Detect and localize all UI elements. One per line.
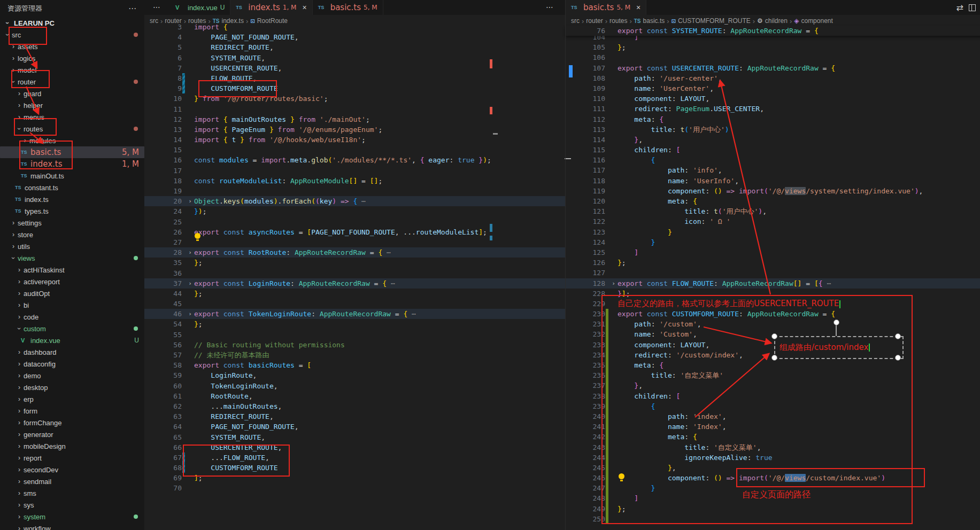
tree-item-settings[interactable]: settings [0, 217, 144, 229]
code-line-119[interactable]: 119 component: () => import('/@/views/sy… [566, 186, 980, 196]
tree-item-router[interactable]: router [0, 76, 144, 88]
tab-index.ts[interactable]: TSindex.ts1, M× [230, 0, 312, 15]
code-line-28[interactable]: 28›export const RootRoute: AppRouteRecor… [144, 247, 566, 258]
code-line-237[interactable]: 237 }, [566, 380, 980, 391]
code-line-231[interactable]: 231 path: '/custom', [566, 319, 980, 329]
tree-item-activereport[interactable]: activereport [0, 276, 144, 287]
tree-item-index.ts[interactable]: TSindex.ts [0, 193, 144, 205]
code-line-106[interactable]: 106 [566, 52, 980, 63]
tree-item-routes[interactable]: routes [0, 123, 144, 135]
close-icon[interactable]: × [636, 3, 641, 12]
rotation-handle[interactable] [834, 319, 839, 325]
code-line-240[interactable]: 240 path: 'index', [566, 411, 980, 422]
tree-item-sms[interactable]: sms [0, 487, 144, 499]
code-line-13[interactable]: 13import { PageEnum } from '/@/enums/pag… [144, 124, 566, 135]
code-line-233[interactable]: 233 component: LAYOUT, [566, 340, 980, 350]
breadcrumb-item[interactable]: router [586, 17, 603, 25]
code-line-62[interactable]: 62 ...mainOutRoutes, [144, 401, 566, 411]
tree-item-dashboard[interactable]: dashboard [0, 346, 144, 358]
code-line-123[interactable]: 123 } [566, 227, 980, 237]
code-line-26[interactable]: 26export const asyncRoutes = [PAGE_NOT_F… [144, 227, 566, 237]
code-line-245[interactable]: 245 }, [566, 463, 980, 473]
breadcrumb-item[interactable]: CUSTOMFORM_ROUTE [678, 17, 751, 25]
tree-item-mainOut.ts[interactable]: TSmainOut.ts [0, 170, 144, 182]
breadcrumb-item[interactable]: src [571, 17, 580, 25]
code-line-6[interactable]: 6 SYSTEM_ROUTE, [144, 53, 566, 63]
code-line-19[interactable]: 19 [144, 186, 566, 196]
code-line-105[interactable]: 105}; [566, 42, 980, 52]
tree-item-workflow[interactable]: workflow [0, 523, 144, 530]
code-line-120[interactable]: 120 meta: { [566, 196, 980, 206]
code-line-127[interactable]: 127 [566, 268, 980, 278]
code-line-61[interactable]: 61 RootRoute, [144, 391, 566, 401]
tree-item-generator[interactable]: generator [0, 428, 144, 440]
code-line-27[interactable]: 27 [144, 237, 566, 247]
tab-basic.ts[interactable]: TSbasic.ts5, M [313, 0, 383, 15]
code-line-17[interactable]: 17 [144, 166, 566, 176]
code-line-46[interactable]: 46›export const TokenLoginRoute: AppRout… [144, 309, 566, 319]
tree-item-dataconfig[interactable]: dataconfig [0, 358, 144, 370]
code-line-128[interactable]: 128›export const FLOW_ROUTE: AppRouteRec… [566, 278, 980, 289]
editor-actions-more-icon[interactable]: ⋯ [546, 3, 554, 11]
tree-item-types.ts[interactable]: TStypes.ts [0, 205, 144, 217]
tree-item-guard[interactable]: guard [0, 88, 144, 99]
code-line-125[interactable]: 125 ] [566, 247, 980, 258]
tree-item-views[interactable]: views [0, 252, 144, 264]
editor-group-divider[interactable] [565, 0, 566, 530]
open-changes-icon[interactable]: ⇄ [956, 3, 963, 13]
code-line-244[interactable]: 244 ignoreKeepAlive: true [566, 453, 980, 463]
tab-basic.ts[interactable]: TSbasic.ts5, M× [566, 0, 646, 15]
code-line-5[interactable]: 5 REDIRECT_ROUTE, [144, 42, 566, 52]
code-line-12[interactable]: 12import { mainOutRoutes } from './mainO… [144, 114, 566, 124]
code-line-238[interactable]: 238 children: [ [566, 391, 980, 401]
tree-item-logics[interactable]: logics [0, 52, 144, 64]
tree-item-model[interactable]: model [0, 64, 144, 76]
code-line-109[interactable]: 109 name: 'UserCenter', [566, 83, 980, 93]
code-line-236[interactable]: 236 title: '自定义菜单' [566, 370, 980, 380]
code-line-121[interactable]: 121 title: t('用户中心'), [566, 206, 980, 216]
tree-item-actHiTaskinst[interactable]: actHiTaskinst [0, 264, 144, 276]
tree-item-formChange[interactable]: formChange [0, 417, 144, 428]
code-line-56[interactable]: 56// Basic routing without permissions [144, 340, 566, 350]
tree-item-secondDev[interactable]: secondDev [0, 464, 144, 476]
code-line-113[interactable]: 113 title: t('用户中心') [566, 124, 980, 135]
tree-item-menus[interactable]: menus [0, 111, 144, 123]
tree-item-store[interactable]: store [0, 229, 144, 240]
tree-item-erp[interactable]: erp [0, 393, 144, 405]
code-line-235[interactable]: 235 meta: { [566, 360, 980, 370]
code-line-10[interactable]: 10} from '/@/router/routes/basic'; [144, 93, 566, 104]
breadcrumb-item[interactable]: component [801, 17, 832, 25]
code-line-11[interactable]: 11 [144, 104, 566, 114]
tree-item-auditOpt[interactable]: auditOpt [0, 287, 144, 299]
code-line-14[interactable]: 14import { t } from '/@/hooks/web/useI18… [144, 135, 566, 145]
code-line-18[interactable]: 18const routeModuleList: AppRouteModule[… [144, 176, 566, 186]
tree-item-desktop[interactable]: desktop [0, 381, 144, 393]
tree-item-form[interactable]: form [0, 405, 144, 417]
code-line-44[interactable]: 44}; [144, 289, 566, 299]
code-line-63[interactable]: 63 REDIRECT_ROUTE, [144, 411, 566, 422]
code-line-243[interactable]: 243 title: '自定义菜单', [566, 442, 980, 453]
code-line-239[interactable]: 239 { [566, 401, 980, 411]
code-line-35[interactable]: 35}; [144, 258, 566, 268]
tree-item-system[interactable]: system [0, 511, 144, 523]
code-line-3[interactable]: 3import { [144, 22, 566, 32]
code-line-116[interactable]: 116 { [566, 155, 980, 165]
code-line-69[interactable]: 69]; [144, 473, 566, 483]
tree-item-sendmail[interactable]: sendmail [0, 476, 144, 487]
breadcrumb-item[interactable]: routes [609, 17, 627, 25]
tree-item-bi[interactable]: bi [0, 299, 144, 311]
code-area[interactable]: 104 ]105};106107export const USERCENTER_… [566, 36, 980, 524]
code-line-8[interactable]: 8 FLOW_ROUTE, [144, 73, 566, 83]
code-line-20[interactable]: 20›Object.keys(modules).forEach((key) =>… [144, 196, 566, 206]
code-line-37[interactable]: 37›export const LoginRoute: AppRouteReco… [144, 278, 566, 289]
code-line-126[interactable]: 126}; [566, 258, 980, 268]
tree-item-report[interactable]: report [0, 452, 144, 464]
workspace-root-folder[interactable]: LEARUN PC [0, 17, 144, 29]
tree-item-constant.ts[interactable]: TSconstant.ts [0, 182, 144, 193]
tree-item-helper[interactable]: helper [0, 99, 144, 111]
breadcrumb-item[interactable]: children [765, 17, 788, 25]
code-line-117[interactable]: 117 path: 'info', [566, 165, 980, 175]
sticky-scroll-line[interactable]: 76export const SYSTEM_ROUTE: AppRouteRec… [566, 26, 980, 36]
resize-handle[interactable] [771, 355, 777, 361]
code-line-7[interactable]: 7 USERCENTER_ROUTE, [144, 63, 566, 73]
